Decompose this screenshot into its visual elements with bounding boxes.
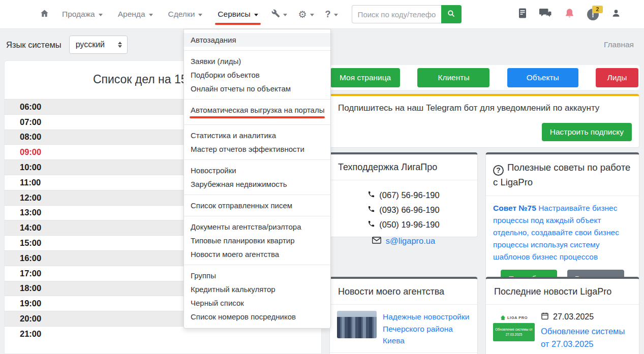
support-title: Техподдержка ЛигаПро — [330, 154, 477, 180]
tips-panel: ?Полезные советы по работе с LigaPro Сов… — [485, 152, 639, 296]
nav-item-1[interactable]: Аренда — [110, 0, 161, 29]
menu-item[interactable]: Зарубежная недвижимость — [184, 177, 330, 191]
chevron-down-icon — [198, 14, 202, 16]
menu-group: Статистика и аналитикаМастер отчетов эфф… — [184, 124, 330, 159]
menu-group: НовостройкиЗарубежная недвижимость — [184, 159, 330, 195]
menu-group: Заявки (лиды)Подборки объектовОнлайн отч… — [184, 50, 330, 99]
wrench-icon — [271, 9, 280, 20]
services-dropdown-menu: АвтозаданияЗаявки (лиды)Подборки объекто… — [183, 29, 331, 329]
email-row: s@ligapro.ua — [335, 236, 472, 246]
navbar-right-icons: ! 2 — [518, 8, 621, 21]
news-link[interactable]: Обновление системы от 27.03.2025 — [541, 325, 632, 350]
chevron-down-icon — [310, 14, 314, 16]
user-icon — [611, 9, 621, 20]
telegram-panel: Подпишитесь на наш Telegram бот для увед… — [329, 94, 639, 148]
menu-item[interactable]: Группы — [184, 269, 330, 282]
configure-subscription-button[interactable]: Настроить подписку — [542, 123, 632, 141]
ligapro-logo-text: LIGA PRO — [507, 315, 528, 320]
menu-item[interactable]: Мастер отчетов эффективности — [184, 142, 330, 156]
chevron-down-icon — [149, 14, 153, 16]
alerts-button[interactable]: ! 2 — [587, 9, 599, 20]
journal-icon — [518, 8, 527, 20]
menu-item[interactable]: Автоматическая выгрузка на порталы — [184, 103, 330, 121]
news-meta: 27.03.2025 Обновление системы от 27.03.2… — [541, 312, 632, 350]
calendar-icon — [541, 312, 549, 322]
quick-button-0[interactable]: Моя страница — [330, 68, 400, 87]
gear-icon: ⚙ — [298, 10, 307, 19]
menu-item[interactable]: Список номеров посредников — [184, 310, 330, 324]
chevron-down-icon — [254, 14, 258, 16]
chevron-down-icon — [99, 14, 103, 16]
menu-item[interactable]: Список отправленных писем — [184, 199, 330, 212]
language-select[interactable]: русский — [69, 36, 128, 54]
menu-item[interactable]: Новости моего агентства — [184, 247, 330, 261]
menu-item[interactable]: Новостройки — [184, 164, 330, 177]
search-input[interactable] — [352, 5, 441, 23]
menu-group: Документы агентства/риэлтораТиповые план… — [184, 216, 330, 265]
phone-number: (050) 19-96-190 — [379, 220, 439, 230]
settings-menu-button[interactable]: ⚙ — [293, 10, 320, 19]
news-date: 27.03.2025 — [553, 312, 594, 321]
language-label: Язык системы — [6, 40, 62, 50]
home-button[interactable] — [40, 9, 49, 20]
menu-item[interactable]: Статистика и аналитика — [184, 128, 330, 142]
support-phone[interactable]: (050) 19-96-190 — [335, 217, 472, 232]
tips-title: ?Полезные советы по работе с LigaPro — [486, 154, 639, 196]
menu-item[interactable]: Черный список — [184, 296, 330, 310]
question-icon: ? — [325, 9, 331, 20]
quick-button-3[interactable]: Лиды — [596, 68, 638, 87]
nav-item-2[interactable]: Сделки — [161, 0, 210, 29]
top-navbar: ПродажаАрендаСделкиСервисы ⚙ ? — [0, 0, 644, 29]
notifications-button[interactable] — [565, 8, 574, 21]
menu-item[interactable]: Подборки объектов — [184, 68, 330, 82]
breadcrumb: Главная — [604, 40, 634, 49]
alerts-badge: 2 — [592, 6, 603, 13]
support-phone[interactable]: (067) 56-96-190 — [335, 188, 472, 203]
chevron-down-icon — [334, 14, 338, 16]
ligapro-news-title: Последние новости LigaPro — [486, 279, 639, 305]
agency-news-item[interactable]: Надежные новостройки Печерского района К… — [330, 305, 477, 352]
bell-icon — [565, 8, 574, 21]
nav-item-3[interactable]: Сервисы — [210, 0, 265, 29]
support-email-link[interactable]: s@ligapro.ua — [386, 236, 435, 246]
quick-button-1[interactable]: Клиенты — [417, 68, 489, 87]
menu-item[interactable]: Онлайн отчеты по объектам — [184, 82, 330, 95]
telegram-text: Подпишитесь на наш Telegram бот для увед… — [330, 96, 639, 113]
nav-item-label: Аренда — [118, 10, 145, 19]
main-menu: ПродажаАрендаСделкиСервисы — [54, 0, 266, 29]
support-phone[interactable]: (093) 66-96-190 — [335, 203, 472, 217]
tools-menu-button[interactable] — [266, 9, 293, 20]
language-select-value: русский — [76, 40, 105, 49]
phone-list: (067) 56-96-190(093) 66-96-190(050) 19-9… — [335, 188, 472, 232]
updown-arrows-icon — [118, 42, 122, 48]
news-thumbnail — [337, 311, 377, 338]
chevron-down-icon — [283, 14, 287, 16]
chat-bubbles-icon — [539, 8, 552, 20]
nav-item-label: Продажа — [62, 10, 95, 19]
thumbnail-caption: Обновление системы от 27.03.2025 — [493, 323, 535, 341]
news-link[interactable]: Надежные новостройки Печерского района К… — [383, 311, 470, 346]
support-panel: Техподдержка ЛигаПро (067) 56-96-190(093… — [329, 152, 478, 237]
search-group — [352, 5, 462, 23]
messages-button[interactable] — [539, 8, 552, 20]
menu-item[interactable]: Заявки (лиды) — [184, 54, 330, 68]
menu-item[interactable]: Документы агентства/риэлтора — [184, 220, 330, 234]
ligapro-news-panel: Последние новости LigaPro LIGA PRO Обнов… — [485, 277, 639, 354]
search-icon — [447, 10, 455, 19]
phone-number: (067) 56-96-190 — [379, 190, 439, 200]
quick-buttons-row: Моя страницаКлиентыОбъектыЛиды — [329, 65, 639, 90]
phone-icon — [367, 220, 375, 230]
journal-button[interactable] — [518, 8, 527, 20]
search-button[interactable] — [441, 5, 462, 23]
menu-group: Автоматическая выгрузка на порталы — [184, 99, 330, 124]
ligapro-news-item[interactable]: LIGA PRO Обновление системы от 27.03.202… — [486, 305, 639, 354]
nav-item-0[interactable]: Продажа — [54, 0, 110, 29]
tip-number: Совет №75 — [493, 204, 536, 212]
help-menu-button[interactable]: ? — [320, 9, 344, 20]
envelope-icon — [372, 237, 381, 246]
menu-item[interactable]: Автозадания — [184, 33, 330, 47]
menu-item[interactable]: Типовые планировки квартир — [184, 234, 330, 247]
quick-button-2[interactable]: Объекты — [507, 68, 578, 87]
menu-item[interactable]: Кредитный калькулятор — [184, 282, 330, 296]
profile-button[interactable] — [611, 9, 621, 20]
